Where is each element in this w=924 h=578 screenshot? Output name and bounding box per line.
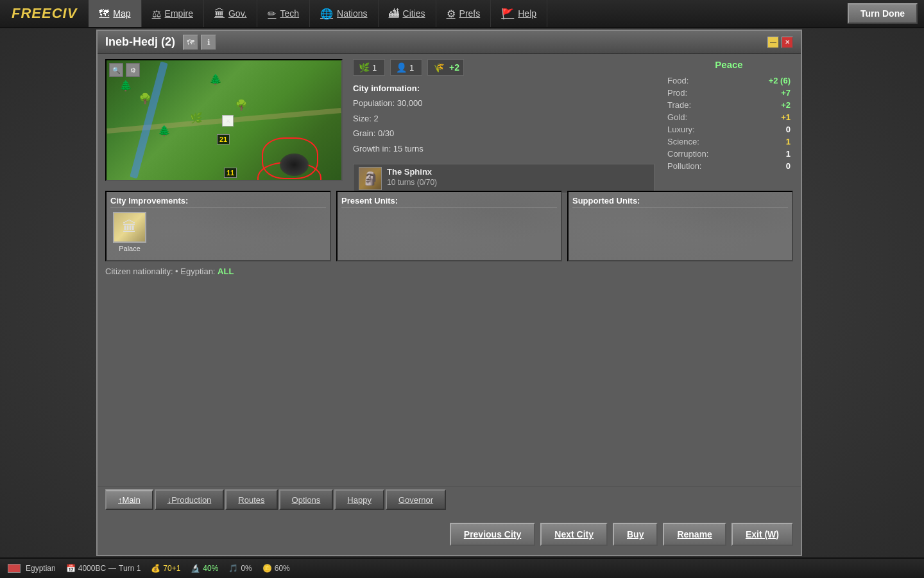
food-resource-group: 🌿 1 bbox=[353, 59, 385, 76]
present-units-panel: Present Units: bbox=[336, 191, 562, 261]
worker-count: 1 bbox=[409, 63, 414, 73]
stat-science: Science: 1 bbox=[665, 136, 793, 147]
present-units-title: Present Units: bbox=[341, 196, 557, 208]
city-right-stats: Peace Food: +2 (6) Prod: +7 Trade: +2 Go… bbox=[665, 59, 793, 180]
menu-item-map[interactable]: 🗺 Map bbox=[89, 0, 141, 27]
close-button[interactable]: ✕ bbox=[782, 37, 793, 48]
status-tax: 🪙 60% bbox=[262, 564, 290, 573]
city-growth: Growth in: 15 turns bbox=[353, 141, 654, 156]
menu-item-gov[interactable]: 🏛 Gov. bbox=[204, 0, 258, 27]
gov-icon: 🏛 bbox=[214, 8, 225, 19]
improvement-palace: 🏛 Palace bbox=[110, 212, 149, 252]
menu-item-help[interactable]: 🚩 Help bbox=[491, 0, 547, 27]
app-logo: FREECIV bbox=[0, 5, 89, 22]
next-city-button[interactable]: Next City bbox=[540, 523, 608, 546]
worker-icon: 👤 bbox=[395, 61, 407, 74]
supported-units-panel: Supported Units: bbox=[567, 191, 793, 261]
wheat-bonus: +2 bbox=[449, 62, 459, 73]
city-info-label: City information: bbox=[353, 81, 654, 96]
city-dialog: Ineb-Hedj (2) 🗺 ℹ — ✕ 🌲 🌳 🌲 🌳 🌲 🌿 bbox=[96, 30, 802, 556]
menu-item-nations[interactable]: 🌐 Nations bbox=[310, 0, 378, 27]
wonder-image: 🗿 bbox=[359, 167, 382, 190]
top-menu-bar: FREECIV 🗺 Map ⚖ Empire 🏛 Gov. ✏ Tech 🌐 N… bbox=[0, 0, 924, 28]
wonder-info: The Sphinx 10 turns (0/70) bbox=[387, 167, 437, 187]
worker-resource-group: 👤 1 bbox=[390, 59, 422, 76]
tab-production[interactable]: ↓Production bbox=[155, 489, 225, 510]
stat-prod: Prod: +7 bbox=[665, 87, 793, 98]
map-badge-11a: 11 bbox=[224, 168, 237, 178]
empire-icon: ⚖ bbox=[152, 8, 161, 20]
city-size: Size: 2 bbox=[353, 111, 654, 126]
status-luxury: 🎵 0% bbox=[228, 564, 252, 573]
map-badge-21: 21 bbox=[217, 134, 230, 144]
wheat-resource-group: 🌾 +2 bbox=[427, 59, 464, 76]
rename-button[interactable]: Rename bbox=[663, 523, 726, 546]
nations-icon: 🌐 bbox=[320, 8, 333, 20]
map-zoom-icon[interactable]: 🔍 bbox=[109, 63, 123, 77]
menu-item-tech[interactable]: ✏ Tech bbox=[257, 0, 310, 27]
improvements-title: City Improvements: bbox=[110, 196, 326, 208]
food-icon: 🌿 bbox=[357, 61, 370, 74]
cities-icon: 🏙 bbox=[389, 8, 399, 19]
tech-icon: ✏ bbox=[268, 8, 276, 20]
palace-label: Palace bbox=[119, 245, 141, 252]
tab-main[interactable]: ↑Main bbox=[105, 489, 153, 510]
title-icons: 🗺 ℹ bbox=[183, 35, 216, 50]
status-flag-area: Egyptian bbox=[8, 564, 56, 573]
tab-happy[interactable]: Happy bbox=[334, 489, 384, 510]
stat-luxury: Luxury: 0 bbox=[665, 124, 793, 135]
map-icon: 🗺 bbox=[99, 8, 109, 19]
city-map-icon-btn[interactable]: 🗺 bbox=[183, 35, 198, 50]
wheat-icon: 🌾 bbox=[432, 61, 445, 74]
stat-pollution: Pollution: 0 bbox=[665, 161, 793, 171]
city-name: Ineb-Hedj (2) bbox=[105, 35, 175, 49]
luxury-icon: 🎵 bbox=[228, 564, 238, 573]
food-count: 1 bbox=[372, 63, 377, 73]
city-improvements-panel: City Improvements: 🏛 Palace bbox=[105, 191, 331, 261]
window-controls: — ✕ bbox=[767, 37, 793, 48]
wonder-turns: 10 turns (0/70) bbox=[387, 178, 437, 187]
tab-governor[interactable]: Governor bbox=[386, 489, 446, 510]
turn-done-button[interactable]: Turn Done bbox=[848, 3, 918, 24]
tab-options[interactable]: Options bbox=[279, 489, 334, 510]
prefs-icon: ⚙ bbox=[447, 8, 456, 20]
tab-routes[interactable]: Routes bbox=[225, 489, 277, 510]
lower-panels: City Improvements: 🏛 Palace Present Unit… bbox=[98, 191, 801, 261]
status-year: 📅 4000BC — Turn 1 bbox=[66, 564, 141, 573]
buy-button[interactable]: Buy bbox=[613, 523, 658, 546]
city-grain: Grain: 0/30 bbox=[353, 126, 654, 141]
minimize-button[interactable]: — bbox=[767, 37, 779, 48]
peace-status: Peace bbox=[665, 59, 793, 70]
map-action-icon[interactable]: ⚙ bbox=[126, 63, 140, 77]
menu-item-prefs[interactable]: ⚙ Prefs bbox=[436, 0, 492, 27]
stat-food: Food: +2 (6) bbox=[665, 75, 793, 86]
status-science: 🔬 40% bbox=[191, 564, 218, 573]
exit-button[interactable]: Exit (W) bbox=[732, 523, 793, 546]
stat-trade: Trade: +2 bbox=[665, 100, 793, 110]
citizen-nationality: Citizen nationality: • Egyptian: ALL bbox=[98, 261, 801, 281]
city-center-stats: 🌿 1 👤 1 🌾 +2 City information: Populatio… bbox=[353, 59, 654, 180]
status-gold: 💰 70+1 bbox=[151, 564, 180, 573]
menu-item-cities[interactable]: 🏙 Cities bbox=[379, 0, 436, 27]
city-population: Population: 30,000 bbox=[353, 96, 654, 110]
gold-icon: 💰 bbox=[151, 564, 160, 573]
stat-gold: Gold: +1 bbox=[665, 112, 793, 123]
menu-item-empire[interactable]: ⚖ Empire bbox=[142, 0, 204, 27]
resource-icons-row: 🌿 1 👤 1 🌾 +2 bbox=[353, 59, 654, 76]
palace-image: 🏛 bbox=[113, 212, 146, 243]
game-year: 📅 bbox=[66, 564, 76, 573]
city-title-bar: Ineb-Hedj (2) 🗺 ℹ — ✕ bbox=[98, 31, 801, 54]
wonder-name: The Sphinx bbox=[387, 167, 437, 177]
city-info-section: 🌲 🌳 🌲 🌳 🌲 🌿 ⚔ 21 11 11 🔍 ⚙ bbox=[98, 54, 801, 186]
help-icon: 🚩 bbox=[501, 8, 514, 20]
civ-name: Egyptian bbox=[26, 564, 56, 573]
civ-flag bbox=[8, 564, 21, 573]
status-bar: Egyptian 📅 4000BC — Turn 1 💰 70+1 🔬 40% … bbox=[0, 557, 924, 578]
city-mini-map[interactable]: 🌲 🌳 🌲 🌳 🌲 🌿 ⚔ 21 11 11 🔍 ⚙ bbox=[105, 59, 343, 181]
science-icon: 🔬 bbox=[191, 564, 200, 573]
previous-city-button[interactable]: Previous City bbox=[450, 523, 535, 546]
wonder-box: 🗿 The Sphinx 10 turns (0/70) bbox=[353, 164, 654, 193]
city-info-icon-btn[interactable]: ℹ bbox=[201, 35, 216, 50]
map-controls: 🔍 ⚙ bbox=[109, 63, 140, 77]
map-unit: ⚔ bbox=[222, 115, 234, 127]
